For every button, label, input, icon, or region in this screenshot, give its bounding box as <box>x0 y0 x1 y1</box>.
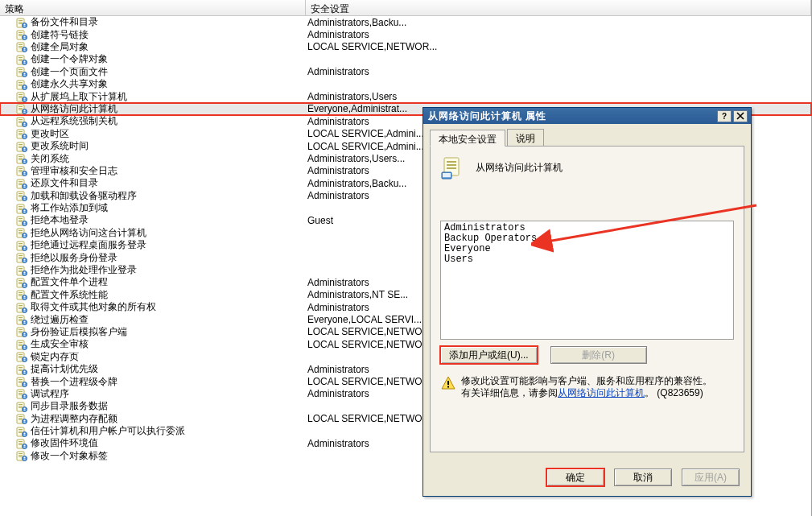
svg-rect-222 <box>447 381 449 385</box>
svg-point-113 <box>24 246 26 248</box>
policy-icon <box>16 215 27 226</box>
svg-rect-74 <box>19 170 23 171</box>
svg-rect-57 <box>19 134 23 135</box>
svg-rect-123 <box>19 271 23 272</box>
cancel-button[interactable]: 取消 <box>614 469 672 486</box>
policy-icon <box>16 401 27 412</box>
svg-rect-93 <box>19 209 23 210</box>
svg-rect-109 <box>19 243 23 244</box>
svg-rect-97 <box>19 218 23 219</box>
svg-point-161 <box>24 345 26 347</box>
svg-rect-67 <box>19 156 23 157</box>
svg-rect-98 <box>19 220 23 221</box>
svg-rect-129 <box>19 283 23 284</box>
policy-row[interactable]: 备份文件和目录 Administrators,Backu... <box>0 16 811 28</box>
svg-point-107 <box>24 234 26 236</box>
users-listbox[interactable]: Administrators Backup Operators Everyone… <box>440 221 734 340</box>
dialog-titlebar[interactable]: 从网络访问此计算机 属性 ? <box>423 108 751 124</box>
policy-setting: LOCAL SERVICE,NETWOR... <box>306 41 811 52</box>
svg-rect-145 <box>19 317 23 318</box>
policy-icon <box>16 103 27 114</box>
policy-icon <box>16 413 27 424</box>
svg-rect-55 <box>19 131 23 132</box>
svg-rect-9 <box>19 35 23 36</box>
svg-rect-38 <box>19 96 23 97</box>
close-button[interactable] <box>733 110 748 122</box>
warning-text: 修改此设置可能影响与客户端、服务和应用程序的兼容性。 有关详细信息，请参阅从网络… <box>461 375 712 399</box>
svg-rect-3 <box>19 23 23 24</box>
svg-rect-2 <box>19 22 23 23</box>
svg-rect-193 <box>19 416 23 417</box>
policy-icon <box>16 91 27 102</box>
warning-link[interactable]: 从网络访问此计算机 <box>558 387 645 398</box>
warning-icon <box>440 375 456 391</box>
policy-row[interactable]: 从扩展坞上取下计算机 Administrators,Users <box>0 90 811 102</box>
policy-icon <box>16 153 27 164</box>
policy-icon <box>16 190 27 201</box>
svg-rect-199 <box>19 429 23 430</box>
add-user-button[interactable]: 添加用户或组(U)... <box>440 346 538 364</box>
policy-icon <box>16 450 27 461</box>
svg-rect-223 <box>447 386 449 388</box>
svg-rect-19 <box>19 57 23 58</box>
policy-row[interactable]: 创建全局对象 LOCAL SERVICE,NETWOR... <box>0 41 811 53</box>
policy-icon <box>16 252 27 263</box>
remove-user-button: 删除(R) <box>550 346 647 364</box>
svg-rect-200 <box>19 431 23 431</box>
help-button[interactable]: ? <box>717 110 732 122</box>
svg-rect-115 <box>19 255 23 256</box>
policy-icon <box>16 141 27 152</box>
svg-rect-217 <box>447 161 456 163</box>
svg-rect-183 <box>19 394 23 395</box>
policy-icon <box>16 426 27 437</box>
svg-point-131 <box>24 283 26 285</box>
svg-rect-99 <box>19 221 23 222</box>
col-header-setting[interactable]: 安全设置 <box>306 0 811 15</box>
svg-rect-15 <box>19 47 23 48</box>
svg-rect-43 <box>19 106 23 107</box>
svg-point-155 <box>24 333 26 335</box>
policy-icon <box>16 265 27 276</box>
svg-rect-25 <box>19 69 23 70</box>
policy-row[interactable]: 创建一个页面文件 Administrators <box>0 66 811 78</box>
svg-point-209 <box>24 444 26 446</box>
policy-row[interactable]: 创建一个令牌对象 <box>0 53 811 65</box>
policy-icon <box>16 289 27 300</box>
policy-setting: Administrators,Backu... <box>306 17 811 28</box>
ok-button[interactable]: 确定 <box>546 469 604 486</box>
svg-rect-68 <box>19 158 23 159</box>
svg-rect-32 <box>19 84 23 85</box>
svg-rect-212 <box>19 455 23 456</box>
svg-point-197 <box>24 420 26 422</box>
svg-rect-111 <box>19 246 23 247</box>
svg-rect-133 <box>19 292 23 293</box>
svg-point-47 <box>24 110 26 112</box>
policy-icon <box>16 438 27 449</box>
dialog-footer: 确定 取消 应用(A) <box>423 460 751 496</box>
svg-point-119 <box>24 259 26 261</box>
svg-point-35 <box>24 85 26 87</box>
svg-point-65 <box>24 147 26 149</box>
col-header-policy[interactable]: 策略 <box>0 0 306 15</box>
tab-strip: 本地安全设置 说明 <box>430 129 744 147</box>
svg-rect-201 <box>19 432 23 433</box>
svg-rect-139 <box>19 305 23 306</box>
policy-row[interactable]: 创建永久共享对象 <box>0 78 811 90</box>
svg-rect-135 <box>19 295 23 296</box>
svg-rect-158 <box>19 344 23 345</box>
svg-rect-27 <box>19 72 23 73</box>
policy-row[interactable]: 创建符号链接 Administrators <box>0 28 811 40</box>
svg-point-101 <box>24 221 26 223</box>
svg-rect-182 <box>19 393 23 394</box>
svg-rect-81 <box>19 184 23 185</box>
policy-icon <box>16 66 27 77</box>
svg-point-95 <box>24 209 26 211</box>
tab-page-local: 从网络访问此计算机 Administrators Backup Operator… <box>430 147 744 452</box>
tab-explain[interactable]: 说明 <box>507 129 544 146</box>
svg-rect-1 <box>19 20 23 21</box>
svg-rect-110 <box>19 245 23 246</box>
svg-rect-103 <box>19 230 23 231</box>
svg-rect-33 <box>19 85 23 86</box>
policy-icon <box>16 29 27 40</box>
tab-local-security[interactable]: 本地安全设置 <box>430 130 505 147</box>
